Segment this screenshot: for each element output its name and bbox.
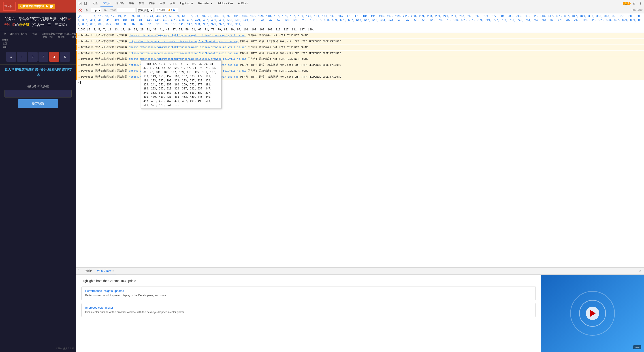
answer-input[interactable] bbox=[4, 90, 72, 97]
error-link-4[interactable]: https://match.yuanrenxue.com/static/boot… bbox=[129, 52, 238, 54]
warn-icon-6: ⚠ bbox=[78, 63, 80, 67]
svg-rect-2 bbox=[78, 2, 81, 5]
warn-icon-8: ⚠ bbox=[78, 75, 80, 79]
wn-card-colorpicker-desc: Pick a color outside of the browser wind… bbox=[85, 310, 532, 314]
new-badge: new bbox=[633, 345, 641, 349]
circle-decoration-inner bbox=[579, 300, 606, 327]
result-text: (168) [2, 3, 5, 7, 11, 13, 17, 19, 23, 2… bbox=[78, 28, 314, 31]
panel-menu-icon[interactable]: ⋮ bbox=[77, 269, 80, 273]
error-text-3: DevTools 无法从来源映射：无法加载 chrome-extension:/… bbox=[81, 45, 308, 49]
settings-icon[interactable]: ⚙ bbox=[632, 1, 637, 6]
tab-sources[interactable]: 源代码 bbox=[114, 0, 126, 7]
tab-recorder[interactable]: Recorder ▲ bbox=[196, 0, 215, 7]
whats-new-tab-label: What's New bbox=[97, 269, 112, 272]
tab-adblock[interactable]: AdBlock bbox=[236, 0, 250, 7]
filter-toggle-icon[interactable]: ⊘ bbox=[84, 7, 90, 13]
whats-new-main: Highlights from the Chrome 103 update Pe… bbox=[76, 275, 541, 352]
error-link-5[interactable]: chrome-extension://gighmmpiobjklfepjocna… bbox=[129, 57, 246, 60]
warn-icon-2: ⚠ bbox=[78, 39, 80, 44]
console-output: [2, 3, 5, 7, 11, 13, 17, 19, 23, 29, 31,… bbox=[76, 13, 644, 267]
table-header: 期 开奖日期 基本号 特别 总销售额中奖金额（元） 一等奖中奖金额（元） 二等奖… bbox=[0, 31, 76, 49]
page-5-btn[interactable]: 5 bbox=[60, 52, 70, 62]
inspect-icon[interactable] bbox=[77, 1, 82, 6]
wn-card-performance[interactable]: Performance Insights updates Better zoom… bbox=[82, 286, 536, 300]
warn-count: 2 bbox=[171, 9, 172, 12]
whats-new-media[interactable]: new bbox=[541, 275, 644, 352]
pagination: « 1 2 3 4 5 bbox=[0, 49, 76, 64]
tab-elements[interactable]: 元素 bbox=[90, 0, 100, 7]
tab-console[interactable]: 控制台 bbox=[100, 0, 113, 7]
error-link-1[interactable]: chrome-extension://gighmmpiobjklfepjocna… bbox=[129, 34, 246, 37]
col-special: 特别 bbox=[28, 32, 41, 38]
col-base: 基本号 bbox=[20, 32, 27, 38]
devtools-tabs-toolbar: 元素 控制台 源代码 网络 性能 内存 应用 安全 Lighthouse Rec… bbox=[76, 0, 644, 7]
tab-performance[interactable]: 性能 bbox=[137, 0, 146, 7]
devtools-panel: 元素 控制台 源代码 网络 性能 内存 应用 安全 Lighthouse Rec… bbox=[76, 0, 644, 352]
submit-button[interactable]: 提交答案 bbox=[18, 99, 58, 108]
tab-lighthouse[interactable]: Lighthouse bbox=[178, 0, 196, 7]
answer-label: 请此处输入答案 bbox=[4, 84, 72, 88]
svg-text:猿人学: 猿人学 bbox=[4, 5, 12, 7]
debug-badge-text: 已在调试程序中暂停 bbox=[20, 4, 44, 8]
console-tooltip: (168) [2, 3, 5, 7, 11, 13, 17, 19, 23, 2… bbox=[141, 60, 222, 109]
whats-new-tab-close[interactable]: × bbox=[112, 269, 114, 272]
clear-console-icon[interactable]: 🚫 bbox=[78, 7, 83, 13]
more-options-icon[interactable]: ⋮ bbox=[638, 1, 643, 6]
warn-icon-4: ⚠ bbox=[78, 51, 80, 56]
wn-card-colorpicker[interactable]: Improved color picker Pick a color outsi… bbox=[82, 303, 536, 317]
tab-console-bottom[interactable]: 控制台 bbox=[82, 268, 95, 274]
col-third: 三等奖奖池（元） bbox=[2, 39, 8, 48]
filter-label: 过滤 bbox=[110, 8, 116, 12]
error-row-1: ⚠ DevTools 无法从来源映射：无法加载 chrome-extension… bbox=[76, 33, 644, 38]
play-icon bbox=[46, 5, 48, 8]
eye-icon[interactable]: 👁 bbox=[103, 7, 108, 13]
promo-text: 猿人学爬虫逆向进阶课--提升JS和APP逆向技术 bbox=[0, 64, 76, 80]
answer-section: 请此处输入答案 提交答案 bbox=[4, 84, 72, 108]
page-prev-btn[interactable]: « bbox=[6, 52, 16, 62]
issues-badge[interactable]: 3个问题： 2 1 bbox=[155, 8, 178, 12]
level-select[interactable]: 默认级别 bbox=[136, 8, 154, 13]
col-period: 期 bbox=[2, 32, 8, 38]
left-header: 猿人学 已在调试程序中暂停 bbox=[0, 0, 76, 12]
toolbar-separator-1 bbox=[89, 1, 89, 6]
toolbar-end: 🔔 2 ⚙ ⋮ bbox=[623, 1, 643, 6]
page-2-btn[interactable]: 2 bbox=[28, 52, 38, 62]
footer-text: CSDN @岁月如歌 bbox=[0, 345, 76, 352]
warn-dot bbox=[168, 9, 170, 11]
badge-count: 🔔 2 bbox=[623, 2, 630, 5]
error-row-2: ⚠ DevTools 无法从来源映射：无法加载 https://match.yu… bbox=[76, 39, 644, 44]
device-icon[interactable] bbox=[83, 1, 88, 6]
task-description: 任务六：采集全部5页的彩票数据，计算全部中奖的总金额（包含一、二、三等奖） bbox=[0, 12, 76, 31]
tab-security[interactable]: 安全 bbox=[168, 0, 178, 7]
left-panel: 猿人学 已在调试程序中暂停 任务六：采集全部5页的彩票数据，计算全部中奖的总金额… bbox=[0, 0, 76, 352]
tooltip-content: (168) [2, 3, 5, 7, 11, 13, 17, 19, 23, 2… bbox=[144, 62, 216, 107]
tab-application[interactable]: 应用 bbox=[157, 0, 167, 7]
whats-new-headline: Highlights from the Chrome 103 update bbox=[82, 279, 536, 283]
warn-icon-5: ⚠ bbox=[78, 57, 80, 61]
hidden-count-text: 1条已隐藏 bbox=[632, 8, 643, 12]
error-text-1: DevTools 无法从来源映射：无法加载 chrome-extension:/… bbox=[81, 33, 308, 37]
whats-new-panel: ⋮ 控制台 What's New × × Highlights from the… bbox=[76, 267, 644, 352]
col-date: 开奖日期 bbox=[9, 32, 20, 38]
issues-label: 3个问题： bbox=[157, 8, 168, 12]
tab-adblockplus[interactable]: Adblock Plus bbox=[215, 0, 235, 7]
wn-card-performance-desc: Better zoom control, improved display in… bbox=[85, 293, 532, 298]
media-thumbnail: new bbox=[541, 275, 644, 352]
tab-network[interactable]: 网络 bbox=[126, 0, 136, 7]
context-select[interactable]: top bbox=[91, 8, 101, 13]
wn-card-performance-title: Performance Insights updates bbox=[85, 289, 532, 293]
console-subtoolbar: 🚫 ⊘ top 👁 过滤 默认级别 3个问题： 2 1 1条已隐藏 bbox=[76, 7, 644, 13]
page-1-btn[interactable]: 1 bbox=[17, 52, 27, 62]
tab-whats-new[interactable]: What's New × bbox=[95, 268, 116, 274]
page-4-btn[interactable]: 4 bbox=[49, 52, 59, 62]
wn-card-colorpicker-title: Improved color picker bbox=[85, 306, 532, 309]
tab-memory[interactable]: 内存 bbox=[147, 0, 157, 7]
panel-close-btn[interactable]: × bbox=[638, 268, 643, 274]
page-3-btn[interactable]: 3 bbox=[38, 52, 48, 62]
error-link-2[interactable]: https://match.yuanrenxue.com/static/boot… bbox=[129, 40, 238, 43]
warn-icon-3: ⚠ bbox=[78, 45, 80, 50]
error-link-3[interactable]: chrome-extension://gighmmpiobjklfepjocna… bbox=[129, 46, 246, 48]
info-dot bbox=[173, 9, 175, 11]
filter-input[interactable] bbox=[117, 8, 135, 13]
console-numbers-output: [2, 3, 5, 7, 11, 13, 17, 19, 23, 29, 31,… bbox=[76, 13, 644, 27]
